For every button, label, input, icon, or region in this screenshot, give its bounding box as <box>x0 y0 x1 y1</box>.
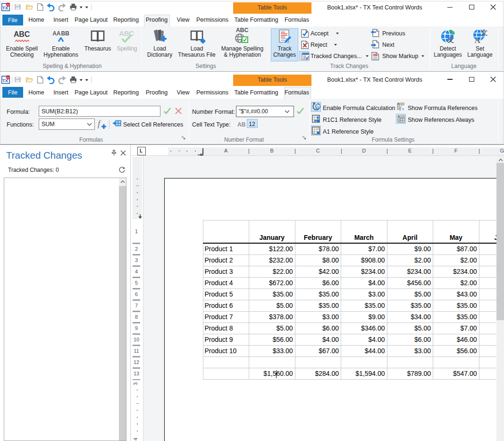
svg-text:xls: xls <box>7 4 9 6</box>
svg-text:xls: xls <box>7 76 9 78</box>
svg-text:fx: fx <box>316 105 319 109</box>
svg-text:x: x <box>402 107 404 111</box>
svg-text:A: A <box>475 36 481 44</box>
svg-text:文: 文 <box>447 36 454 43</box>
svg-text:文: 文 <box>480 29 488 36</box>
svg-text:?: ? <box>444 32 446 37</box>
